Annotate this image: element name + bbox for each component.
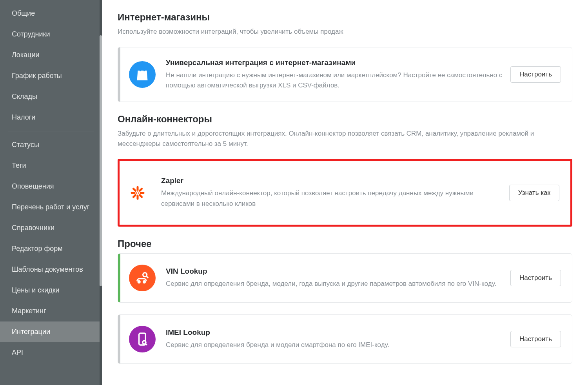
shopping-bag-icon [129,61,156,88]
svg-line-17 [145,344,147,345]
card-title: VIN Lookup [166,267,503,276]
svg-rect-2 [131,192,136,194]
settings-sidebar: Общие Сотрудники Локации График работы С… [0,0,102,385]
sidebar-item-statuses[interactable]: Статусы [0,134,102,155]
configure-button[interactable]: Настроить [510,331,561,347]
card-status-bar [118,315,120,363]
card-body: IMEI Lookup Сервис для определения бренд… [166,328,510,350]
svg-point-10 [137,192,139,194]
card-desc: Сервис для определения бренда и модели с… [166,340,503,350]
card-status-bar [118,254,120,302]
svg-point-14 [143,281,145,283]
learn-how-button[interactable]: Узнать как [509,185,559,201]
svg-rect-0 [137,186,139,191]
card-status-bar [118,47,120,102]
main-content: Интернет-магазины Используйте возможност… [102,0,588,385]
svg-point-16 [143,341,146,344]
section-desc-shops: Используйте возможности интеграций, чтоб… [118,27,572,37]
sidebar-item-taxes[interactable]: Налоги [0,107,102,128]
sidebar-item-doc-templates[interactable]: Шаблоны документов [0,259,102,280]
card-title: Универсальная интеграция с интернет-мага… [166,58,503,67]
card-desc: Сервис для определения бренда, модели, г… [166,279,503,289]
card-desc: Не нашли интеграцию с нужным интернет-ма… [166,70,503,91]
section-title-shops: Интернет-магазины [118,12,572,23]
card-title: Zapier [161,176,501,185]
section-desc-connectors: Забудьте о длительных и дорогостоящих ин… [118,129,572,149]
section-title-connectors: Онлайн-коннекторы [118,114,572,125]
card-title: IMEI Lookup [166,328,503,337]
sidebar-item-schedule[interactable]: График работы [0,65,102,86]
sidebar-item-form-editor[interactable]: Редактор форм [0,238,102,259]
card-body: VIN Lookup Сервис для определения бренда… [166,267,510,289]
sidebar-item-directories[interactable]: Справочники [0,218,102,238]
integration-card-imei-lookup: IMEI Lookup Сервис для определения бренд… [118,314,572,364]
zapier-icon [124,180,151,206]
sidebar-item-warehouses[interactable]: Склады [0,86,102,107]
sidebar-item-prices[interactable]: Цены и скидки [0,280,102,301]
sidebar-divider [8,131,94,131]
sidebar-item-locations[interactable]: Локации [0,45,102,65]
sidebar-item-integrations[interactable]: Интеграции [0,321,102,342]
card-desc: Международный онлайн-коннектор, который … [161,188,501,209]
svg-rect-3 [140,192,145,194]
car-search-icon [129,265,156,291]
svg-point-11 [143,273,147,277]
svg-point-13 [138,281,140,283]
integration-card-universal-shop: Универсальная интеграция с интернет-мага… [118,47,572,102]
card-body: Универсальная интеграция с интернет-мага… [166,58,510,91]
svg-rect-1 [137,195,139,200]
integration-card-vin-lookup: VIN Lookup Сервис для определения бренда… [118,253,572,303]
sidebar-item-api[interactable]: API [0,342,102,363]
integration-card-zapier: Zapier Международный онлайн-коннектор, к… [118,159,572,227]
configure-button[interactable]: Настроить [510,270,561,286]
sidebar-item-marketing[interactable]: Маркетинг [0,301,102,321]
sidebar-item-services[interactable]: Перечень работ и услуг [0,197,102,218]
sidebar-scrollbar-thumb[interactable] [100,35,102,286]
phone-search-icon [129,326,156,352]
sidebar-item-employees[interactable]: Сотрудники [0,24,102,45]
card-body: Zapier Международный онлайн-коннектор, к… [161,176,509,209]
section-title-other: Прочее [118,238,572,249]
svg-line-12 [147,276,148,278]
sidebar-item-general[interactable]: Общие [0,3,102,24]
configure-button[interactable]: Настроить [510,66,561,83]
sidebar-item-notifications[interactable]: Оповещения [0,176,102,197]
sidebar-item-tags[interactable]: Теги [0,155,102,176]
